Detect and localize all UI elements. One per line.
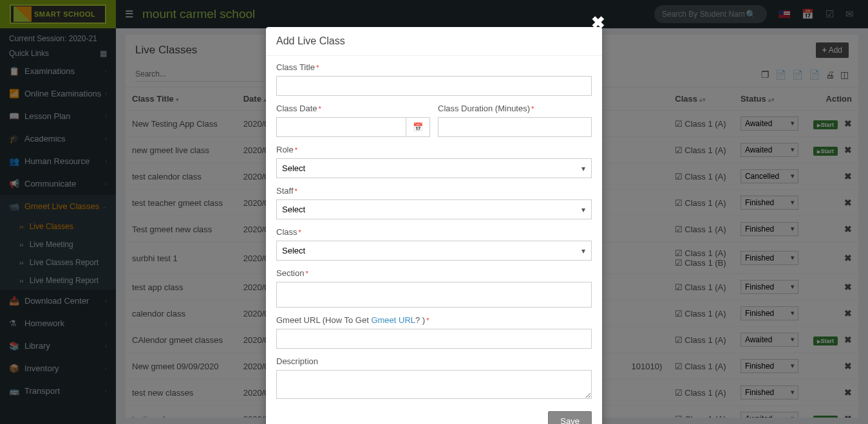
staff-select[interactable]: Select	[276, 199, 592, 219]
description-label: Description	[276, 356, 592, 366]
add-live-class-modal: ✖ Add Live Class Class Title* Class Date…	[266, 27, 602, 424]
class-duration-label: Class Duration (Minutes)*	[438, 104, 592, 113]
modal-title: Add Live Class	[276, 35, 592, 47]
class-date-label: Class Date*	[276, 104, 430, 113]
save-button[interactable]: Save	[548, 411, 592, 424]
staff-label: Staff*	[276, 186, 592, 196]
class-duration-input[interactable]	[438, 117, 592, 137]
section-input[interactable]	[276, 282, 592, 308]
class-title-label: Class Title*	[276, 62, 592, 72]
modal-header: Add Live Class	[266, 27, 602, 56]
gmeet-url-help-link[interactable]: Gmeet URL	[371, 315, 415, 325]
gmeet-url-input[interactable]	[276, 329, 592, 349]
class-select[interactable]: Select	[276, 241, 592, 261]
close-icon[interactable]: ✖	[591, 13, 605, 33]
modal-footer: Save	[266, 403, 602, 424]
modal-body: Class Title* Class Date* 📅 Class Duratio…	[266, 56, 602, 403]
role-label: Role*	[276, 145, 592, 154]
class-title-input[interactable]	[276, 76, 592, 96]
gmeet-url-label: Gmeet URL (How To Get Gmeet URL? )*	[276, 315, 592, 325]
role-select[interactable]: Select	[276, 158, 592, 178]
section-label: Section*	[276, 268, 592, 278]
calendar-picker-icon[interactable]: 📅	[406, 117, 430, 137]
class-date-input[interactable]	[276, 117, 406, 137]
description-textarea[interactable]	[276, 370, 592, 399]
class-label: Class*	[276, 227, 592, 237]
